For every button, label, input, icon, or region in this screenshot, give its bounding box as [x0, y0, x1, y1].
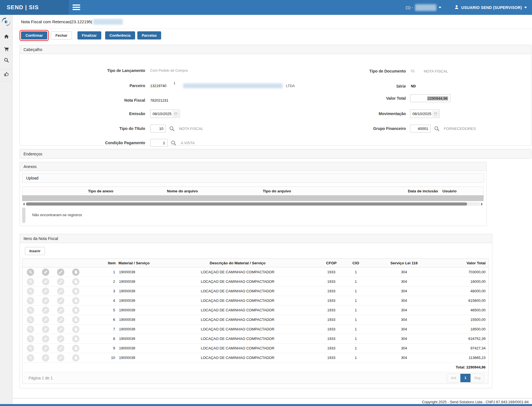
cell-servico: 304 — [368, 267, 441, 277]
user-menu[interactable]: USUARIO SEND (SUPERVISOR) — [454, 5, 527, 10]
row-actions-button[interactable] — [57, 278, 64, 285]
chevron-down-icon[interactable] — [524, 7, 527, 8]
chevron-down-icon[interactable] — [439, 7, 441, 8]
anexos-empty-row — [22, 195, 484, 201]
row-document-button[interactable] — [72, 297, 79, 304]
hamburger-menu-icon[interactable] — [72, 4, 80, 10]
row-edit-button[interactable] — [42, 326, 49, 333]
movimentacao-input[interactable]: 08/10/2025 7 — [410, 109, 440, 118]
row-edit-button[interactable] — [42, 335, 49, 342]
file-icon — [74, 337, 78, 340]
anexos-panel-header[interactable]: Anexos — [20, 162, 486, 171]
cabecalho-panel-header[interactable]: Cabeçalho — [20, 45, 531, 54]
row-document-button[interactable] — [72, 316, 79, 323]
cell-descricao: LOCAÇAO DE CAMINHAO COMPACTADOR — [157, 277, 319, 286]
valor-total-input[interactable]: 2290944,96 — [410, 94, 451, 102]
row-actions-button[interactable] — [57, 269, 64, 276]
upload-section-header[interactable]: Upload — [22, 173, 484, 183]
row-actions-button[interactable] — [57, 297, 64, 304]
row-document-button[interactable] — [72, 335, 79, 342]
movimentacao-value[interactable]: 08/10/2025 — [410, 112, 433, 116]
scrollbar-track[interactable] — [25, 202, 480, 206]
row-edit-button[interactable] — [42, 269, 49, 276]
pencil-icon — [44, 270, 48, 274]
scroll-left-icon[interactable] — [22, 202, 25, 206]
row-document-button[interactable] — [72, 269, 79, 276]
thumbs-up-icon — [4, 72, 9, 78]
row-search-button[interactable] — [27, 307, 34, 314]
row-actions-button[interactable] — [57, 288, 64, 295]
row-edit-button[interactable] — [42, 278, 49, 285]
cell-cio: 1 — [344, 325, 368, 334]
sidebar-item-approve[interactable] — [0, 69, 13, 80]
row-document-button[interactable] — [72, 326, 79, 333]
enderecos-panel-header[interactable]: Endereços — [20, 149, 531, 158]
app-logo[interactable] — [1, 17, 11, 27]
row-edit-button[interactable] — [42, 307, 49, 314]
row-search-button[interactable] — [27, 326, 34, 333]
row-actions-button[interactable] — [57, 307, 64, 314]
row-search-button[interactable] — [27, 335, 34, 342]
parcelas-button[interactable]: Parcelas — [137, 31, 161, 39]
pencil-icon — [44, 280, 48, 283]
itens-panel-header[interactable]: Itens da Nota Fiscal — [20, 234, 492, 243]
hammer-icon — [59, 346, 63, 350]
lookup-search-icon[interactable] — [171, 140, 176, 146]
col-material: Material / Serviço — [117, 259, 157, 267]
row-search-button[interactable] — [27, 288, 34, 295]
calendar-icon[interactable]: 7 — [433, 111, 439, 117]
grupo-financeiro-value: 40001 — [418, 127, 428, 131]
sidebar-item-search[interactable] — [0, 56, 13, 66]
row-actions-cell — [22, 353, 103, 363]
row-actions-button[interactable] — [57, 354, 64, 361]
item-row: 919000039LOCAÇAO DE CAMINHAO COMPACTADOR… — [22, 344, 489, 353]
row-search-button[interactable] — [27, 345, 34, 352]
grupo-financeiro-input[interactable]: 40001 — [410, 125, 431, 132]
cell-servico: 304 — [368, 315, 441, 325]
confirmar-button[interactable]: Confirmar — [21, 31, 47, 39]
pencil-icon — [44, 327, 48, 331]
row-actions-button[interactable] — [57, 326, 64, 333]
anexos-empty-area: Não encontraram-se registros — [22, 207, 484, 223]
vertical-scrollbar[interactable] — [22, 207, 25, 223]
cell-valor: 616752,39 — [441, 334, 489, 344]
row-actions-button[interactable] — [57, 335, 64, 342]
row-document-button[interactable] — [72, 345, 79, 352]
row-actions-button[interactable] — [57, 345, 64, 352]
row-search-button[interactable] — [27, 354, 34, 361]
sidebar-item-home[interactable] — [0, 32, 13, 42]
row-search-button[interactable] — [27, 269, 34, 276]
row-search-button[interactable] — [27, 278, 34, 285]
row-edit-button[interactable] — [42, 288, 49, 295]
pagination-next-button[interactable]: Seg — [470, 374, 484, 382]
row-edit-button[interactable] — [42, 354, 49, 361]
sidebar-item-cart[interactable] — [0, 45, 13, 55]
confirm-highlight-ring: Confirmar — [20, 30, 49, 41]
row-document-button[interactable] — [72, 354, 79, 361]
row-edit-button[interactable] — [42, 345, 49, 352]
conferencia-button[interactable]: Conferência — [105, 31, 135, 39]
condicao-pagamento-input[interactable]: 1 — [150, 139, 168, 147]
fechar-button[interactable]: Fechar — [51, 31, 72, 39]
file-icon — [74, 299, 78, 302]
cell-material: 19000039 — [117, 296, 157, 305]
scroll-right-icon[interactable] — [480, 202, 484, 206]
row-edit-button[interactable] — [42, 297, 49, 304]
row-search-button[interactable] — [27, 316, 34, 323]
finalizar-button[interactable]: Finalizar — [77, 31, 101, 39]
row-document-button[interactable] — [72, 288, 79, 295]
pagination-current-page[interactable]: 1 — [460, 374, 470, 382]
row-search-button[interactable] — [27, 297, 34, 304]
pagination-prev-button[interactable]: Ant — [447, 374, 460, 382]
horizontal-scrollbar[interactable] — [22, 202, 484, 206]
row-edit-button[interactable] — [42, 316, 49, 323]
lookup-search-icon[interactable] — [434, 126, 439, 131]
scrollbar-thumb[interactable] — [26, 202, 467, 206]
condicao-pagamento-desc: A VISTA — [181, 141, 195, 145]
company-selector[interactable]: (1) - — [406, 4, 441, 11]
inserir-button[interactable]: Inserir — [25, 247, 45, 255]
row-document-button[interactable] — [72, 307, 79, 314]
row-actions-button[interactable] — [57, 316, 64, 323]
redacted-title-suffix — [93, 19, 123, 25]
row-document-button[interactable] — [72, 278, 79, 285]
